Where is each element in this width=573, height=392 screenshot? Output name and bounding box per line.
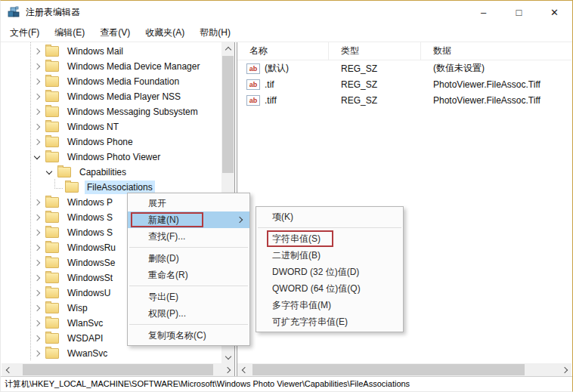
scroll-up-button[interactable]	[221, 42, 234, 54]
chevron-down-icon	[225, 353, 231, 359]
folder-icon	[65, 182, 79, 193]
column-header-name[interactable]: 名称	[237, 42, 329, 60]
value-name-cell: ab .tiff	[237, 95, 329, 106]
list-horizontal-scrollbar[interactable]	[237, 363, 571, 376]
chevron-right-icon[interactable]	[34, 335, 40, 341]
submenu-expandable-string-value[interactable]: 可扩充字符串值(E)	[256, 313, 403, 330]
folder-icon	[45, 242, 59, 253]
chevron-left-icon	[241, 366, 247, 372]
submenu-string-value[interactable]: 字符串值(S)	[256, 230, 403, 247]
scroll-right-button[interactable]	[559, 363, 571, 376]
scroll-right-button[interactable]	[222, 363, 234, 376]
menu-favorites[interactable]: 收藏夹(A)	[138, 23, 192, 42]
folder-icon	[45, 152, 59, 162]
value-row-default[interactable]: ab (默认) REG_SZ (数值未设置)	[237, 60, 571, 76]
chevron-right-icon[interactable]	[34, 230, 40, 236]
close-button[interactable]: ✕	[537, 1, 572, 23]
scroll-left-button[interactable]	[237, 363, 249, 376]
tree-connector-line	[54, 179, 63, 189]
context-menu-new[interactable]: 新建(N)	[128, 211, 249, 228]
tree-item-windows-media-player-nss[interactable]: Windows Media Player NSS	[2, 89, 221, 104]
context-menu-rename[interactable]: 重命名(R)	[128, 267, 249, 283]
chevron-right-icon[interactable]	[34, 63, 40, 69]
tree-item-wwansvc[interactable]: WwanSvc	[2, 346, 221, 361]
value-data: PhotoViewer.FileAssoc.Tiff	[433, 79, 540, 90]
tree-item-windows-messaging-subsystem[interactable]: Windows Messaging Subsystem	[2, 104, 221, 119]
chevron-right-icon[interactable]	[34, 305, 40, 311]
tree-item-windows-mail[interactable]: Windows Mail	[2, 44, 221, 59]
value-type-cell: REG_SZ	[329, 63, 421, 74]
folder-icon	[45, 61, 59, 72]
tree-item-capabilities[interactable]: Capabilities	[2, 165, 221, 180]
chevron-right-icon	[561, 366, 567, 372]
window-title: 注册表编辑器	[26, 6, 80, 19]
chevron-right-icon[interactable]	[34, 199, 40, 205]
context-menu-expand[interactable]: 展开	[128, 195, 249, 211]
chevron-right-icon[interactable]	[34, 275, 40, 281]
menu-view[interactable]: 查看(V)	[92, 23, 138, 42]
maximize-button[interactable]: □	[501, 1, 537, 23]
context-menu-delete[interactable]: 删除(D)	[128, 250, 249, 267]
context-menu-export[interactable]: 导出(E)	[128, 289, 249, 305]
folder-icon	[45, 288, 59, 298]
value-name-cell: ab (默认)	[237, 62, 329, 75]
menu-help[interactable]: 帮助(H)	[192, 23, 238, 42]
column-header-type[interactable]: 类型	[329, 42, 421, 60]
chevron-right-icon[interactable]	[34, 94, 40, 100]
tree-item-windows-media-foundation[interactable]: Windows Media Foundation	[2, 74, 221, 89]
context-menu-find[interactable]: 查找(F)...	[128, 228, 249, 245]
chevron-right-icon[interactable]	[34, 245, 40, 251]
value-data: PhotoViewer.FileAssoc.Tiff	[433, 95, 540, 106]
submenu-qword-value[interactable]: QWORD (64 位)值(Q)	[256, 280, 403, 297]
tree-item-label: Wisp	[65, 301, 90, 315]
folder-icon	[45, 137, 59, 147]
tree-item-windows-phone[interactable]: Windows Phone	[2, 134, 221, 150]
chevron-right-icon[interactable]	[34, 139, 40, 145]
chevron-down-icon[interactable]	[46, 168, 52, 174]
value-row-tiff[interactable]: ab .tiff REG_SZ PhotoViewer.FileAssoc.Ti…	[237, 92, 571, 108]
submenu-binary-value[interactable]: 二进制值(B)	[256, 247, 403, 264]
chevron-right-icon[interactable]	[34, 215, 40, 221]
folder-icon	[45, 91, 59, 102]
value-data-cell: PhotoViewer.FileAssoc.Tiff	[421, 95, 571, 106]
tree-item-label: WwanSvc	[65, 347, 110, 360]
chevron-down-icon[interactable]	[34, 153, 40, 159]
menu-file[interactable]: 文件(F)	[2, 23, 47, 42]
scroll-down-button[interactable]	[221, 351, 234, 363]
tree-item-windows-nt[interactable]: Windows NT	[2, 119, 221, 134]
tree-horizontal-scrollbar[interactable]	[2, 363, 234, 376]
folder-icon	[45, 318, 59, 329]
chevron-right-icon[interactable]	[34, 124, 40, 130]
scrollbar-thumb[interactable]	[23, 364, 213, 375]
annotation-box-string-value	[267, 230, 333, 247]
context-menu-copy-key-name[interactable]: 复制项名称(C)	[128, 327, 249, 344]
submenu-dword-value[interactable]: DWORD (32 位)值(D)	[256, 264, 403, 280]
chevron-right-icon[interactable]	[34, 79, 40, 85]
value-type: REG_SZ	[341, 63, 377, 74]
tree-item-windows-media-device-manager[interactable]: Windows Media Device Manager	[2, 59, 221, 74]
chevron-right-icon[interactable]	[34, 350, 40, 357]
menu-separator	[258, 227, 401, 228]
tree-item-windows-photo-viewer[interactable]: Windows Photo Viewer	[2, 150, 221, 165]
chevron-right-icon[interactable]	[34, 290, 40, 296]
registry-editor-icon	[8, 6, 20, 18]
string-value-icon: ab	[246, 79, 260, 90]
scroll-left-button[interactable]	[2, 363, 14, 376]
chevron-right-icon[interactable]	[34, 109, 40, 115]
menu-edit[interactable]: 编辑(E)	[47, 23, 92, 42]
scrollbar-thumb[interactable]	[252, 364, 525, 375]
submenu-multi-string-value[interactable]: 多字符串值(M)	[256, 297, 403, 313]
context-menu-permissions[interactable]: 权限(P)...	[128, 305, 249, 322]
column-header-data[interactable]: 数据	[421, 42, 571, 60]
submenu-arrow-icon	[237, 217, 243, 223]
scrollbar-thumb[interactable]	[222, 56, 234, 173]
value-row-tif[interactable]: ab .tif REG_SZ PhotoViewer.FileAssoc.Tif…	[237, 76, 571, 92]
value-data: (数值未设置)	[433, 62, 485, 75]
chevron-right-icon[interactable]	[34, 320, 40, 326]
submenu-key[interactable]: 项(K)	[256, 208, 403, 225]
minimize-button[interactable]: –	[466, 1, 501, 23]
chevron-right-icon[interactable]	[34, 48, 40, 54]
menu-separator	[129, 247, 248, 248]
folder-icon	[45, 303, 59, 313]
chevron-right-icon[interactable]	[34, 260, 40, 266]
